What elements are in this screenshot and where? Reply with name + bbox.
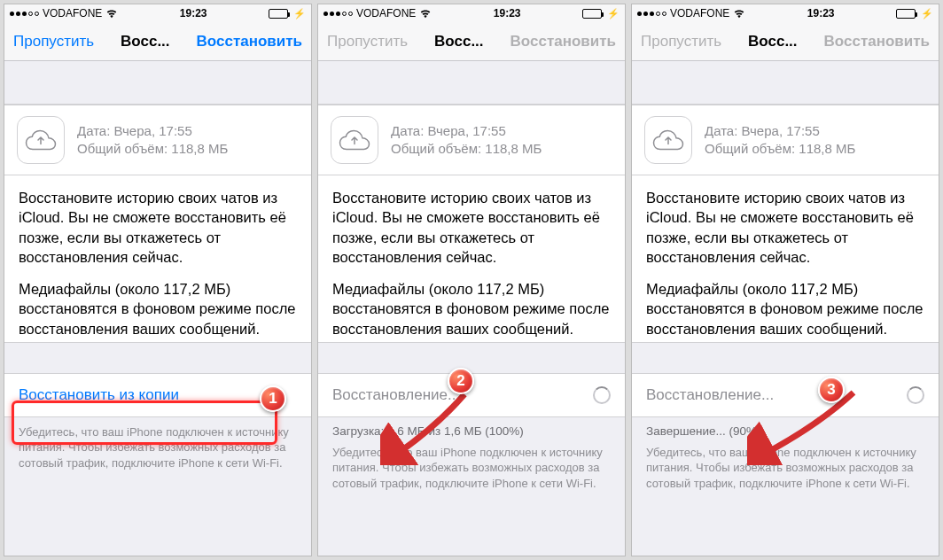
nav-title: Восс... xyxy=(121,33,170,51)
finishing-progress: Завершение... (90%) xyxy=(632,417,939,438)
battery-icon xyxy=(582,9,602,19)
status-bar: VODAFONE 19:23 ⚡ xyxy=(4,4,311,22)
backup-date: Дата: Вчера, 17:55 xyxy=(77,122,228,140)
backup-size: Общий объём: 118,8 МБ xyxy=(391,140,542,158)
battery-icon xyxy=(269,9,288,19)
loading-progress: Загрузка: 1,6 МБ из 1,6 МБ (100%) xyxy=(318,417,625,438)
skip-button: Пропустить xyxy=(327,33,408,51)
phone-screen-3: VODAFONE 19:23 ⚡ Пропустить Восс... Восс… xyxy=(631,4,939,556)
footer-note: Убедитесь, что ваш iPhone подключен к ис… xyxy=(632,438,939,492)
nav-title: Восс... xyxy=(434,33,484,51)
restoring-row: Восстановление... xyxy=(318,373,625,417)
backup-info-card: Дата: Вчера, 17:55 Общий объём: 118,8 МБ xyxy=(4,105,311,175)
spinner-icon xyxy=(907,386,924,404)
icloud-restore-icon xyxy=(17,116,65,164)
footer-note: Убедитесь, что ваш iPhone подключен к ис… xyxy=(4,417,311,471)
nav-title: Восс... xyxy=(748,33,798,51)
charging-icon: ⚡ xyxy=(293,8,306,19)
signal-icon xyxy=(323,12,353,16)
backup-date: Дата: Вчера, 17:55 xyxy=(391,122,542,140)
wifi-icon xyxy=(419,8,432,19)
clock: 19:23 xyxy=(494,7,521,19)
carrier-label: VODAFONE xyxy=(356,7,416,19)
charging-icon: ⚡ xyxy=(921,8,933,19)
wifi-icon xyxy=(733,8,745,19)
spinner-icon xyxy=(593,386,611,404)
footer-note: Убедитесь, что ваш iPhone подключен к ис… xyxy=(318,438,625,492)
description-text: Восстановите историю своих чатов из iClo… xyxy=(318,175,625,342)
backup-date: Дата: Вчера, 17:55 xyxy=(705,122,855,140)
backup-info-card: Дата: Вчера, 17:55 Общий объём: 118,8 МБ xyxy=(632,105,939,175)
restore-button[interactable]: Восстановить xyxy=(197,33,302,51)
restore-button: Восстановить xyxy=(510,33,616,51)
charging-icon: ⚡ xyxy=(607,8,620,19)
description-text: Восстановите историю своих чатов из iClo… xyxy=(632,175,939,342)
description-text: Восстановите историю своих чатов из iClo… xyxy=(4,175,311,342)
signal-icon xyxy=(10,12,39,16)
signal-icon xyxy=(637,12,666,16)
phone-screen-1: VODAFONE 19:23 ⚡ Пропустить Восс... Восс… xyxy=(4,4,312,556)
carrier-label: VODAFONE xyxy=(670,7,729,19)
status-bar: VODAFONE 19:23 ⚡ xyxy=(318,4,625,22)
skip-button: Пропустить xyxy=(641,33,721,51)
status-bar: VODAFONE 19:23 ⚡ xyxy=(632,4,939,22)
restore-button: Восстановить xyxy=(824,33,930,51)
clock: 19:23 xyxy=(807,7,835,19)
backup-size: Общий объём: 118,8 МБ xyxy=(77,140,228,158)
wifi-icon xyxy=(105,8,118,19)
battery-icon xyxy=(896,9,916,19)
restoring-row: Восстановление... xyxy=(632,373,939,417)
restore-from-copy-button[interactable]: Восстановить из копии xyxy=(4,373,311,417)
nav-bar: Пропустить Восс... Восстановить xyxy=(318,22,625,61)
icloud-restore-icon xyxy=(644,116,692,164)
backup-info-card: Дата: Вчера, 17:55 Общий объём: 118,8 МБ xyxy=(318,105,625,175)
icloud-restore-icon xyxy=(331,116,378,164)
carrier-label: VODAFONE xyxy=(43,7,102,19)
backup-size: Общий объём: 118,8 МБ xyxy=(705,140,855,158)
clock: 19:23 xyxy=(180,7,207,19)
phone-screen-2: VODAFONE 19:23 ⚡ Пропустить Восс... Восс… xyxy=(317,4,626,556)
nav-bar: Пропустить Восс... Восстановить xyxy=(632,22,939,61)
nav-bar: Пропустить Восс... Восстановить xyxy=(4,22,311,61)
skip-button[interactable]: Пропустить xyxy=(13,33,94,51)
